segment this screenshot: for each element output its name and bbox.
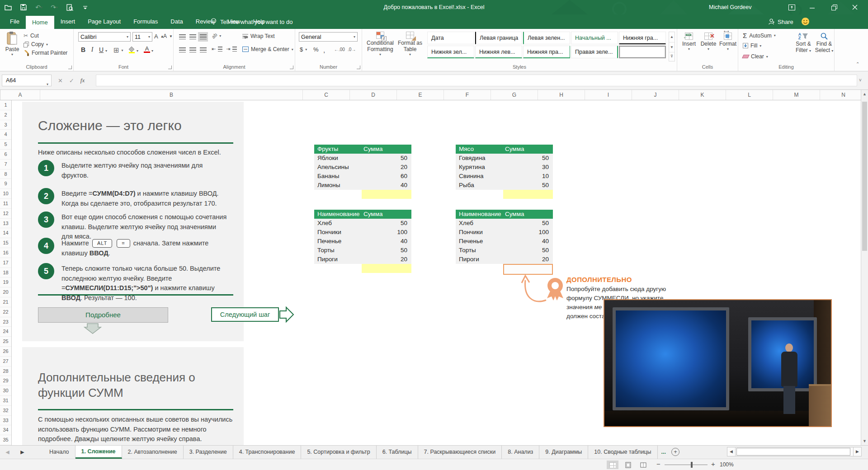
bold-button[interactable]: B <box>79 46 87 53</box>
cut-button[interactable]: ✂Cut <box>24 33 39 39</box>
gallery-down-icon[interactable]: ▼ <box>669 42 675 52</box>
table-row[interactable]: Печенье40 <box>456 237 553 246</box>
sum-target-cell-fruits[interactable] <box>362 190 411 199</box>
row-header[interactable]: 17 <box>0 258 11 268</box>
find-select-button[interactable]: Find &Select ▾ <box>814 33 834 53</box>
row-header[interactable]: 6 <box>0 150 11 160</box>
row-header[interactable]: 20 <box>0 287 11 297</box>
scroll-down-icon[interactable]: ▼ <box>861 439 868 443</box>
enter-entry-icon[interactable]: ✓ <box>69 77 74 84</box>
borders-button[interactable]: ⊞▾ <box>113 46 123 54</box>
orientation-button[interactable]: ab▾ <box>212 33 221 38</box>
align-left-icon[interactable] <box>177 45 187 55</box>
row-header[interactable]: 29 <box>0 376 11 386</box>
row-header[interactable]: 2 <box>0 110 11 120</box>
column-header[interactable]: C <box>303 90 350 100</box>
row-header[interactable]: 25 <box>0 337 11 347</box>
number-dialog-launcher[interactable] <box>357 66 360 69</box>
align-right-icon[interactable] <box>198 45 208 55</box>
table-row[interactable]: Торты50 <box>314 246 411 255</box>
column-header[interactable]: B <box>40 90 303 100</box>
merge-center-button[interactable]: Merge & Center▾ <box>242 46 293 52</box>
delete-cells-button[interactable]: ✕ Delete▾ <box>699 33 718 51</box>
column-header[interactable]: L <box>726 90 773 100</box>
table-row[interactable]: Яблоки50 <box>314 154 411 163</box>
row-header[interactable]: 27 <box>0 357 11 367</box>
underline-button[interactable]: U <box>97 46 105 53</box>
format-painter-button[interactable]: Format Painter <box>24 50 67 56</box>
clear-button[interactable]: Clear▾ <box>743 53 768 60</box>
row-header[interactable]: 13 <box>0 219 11 229</box>
sheet-nav-prev-icon[interactable]: ◀ <box>0 446 15 459</box>
select-all-corner[interactable] <box>0 90 0 100</box>
italic-button[interactable]: I <box>88 46 96 53</box>
close-icon[interactable] <box>847 0 863 14</box>
middle-align-icon[interactable] <box>188 32 198 42</box>
expand-formula-bar-icon[interactable]: ˅ <box>859 78 862 83</box>
redo-icon[interactable]: ↷▾ <box>50 3 59 12</box>
row-header[interactable]: 35 <box>0 435 11 445</box>
normal-view-icon[interactable] <box>607 461 618 469</box>
row-header[interactable]: 7 <box>0 160 11 169</box>
scroll-right-icon[interactable]: ▶ <box>853 447 862 456</box>
table-row[interactable]: Лимоны40 <box>314 181 411 190</box>
row-header[interactable]: 12 <box>0 209 11 219</box>
increase-indent-icon[interactable]: ⇥ <box>226 46 237 52</box>
column-header[interactable]: G <box>491 90 538 100</box>
copy-button[interactable]: Copy▾ <box>24 41 48 47</box>
row-header[interactable]: 11 <box>0 199 11 209</box>
save-icon[interactable] <box>19 3 28 12</box>
font-family-combo[interactable]: Calibri▾ <box>78 32 131 42</box>
row-header[interactable]: 3 <box>0 120 11 130</box>
cell-style-chip[interactable]: Нижняя зел... <box>427 46 474 58</box>
column-header[interactable]: E <box>397 90 444 100</box>
cell-style-chip[interactable]: Левая зелен... <box>523 32 570 44</box>
cell-style-chip[interactable]: Нижняя гра... <box>619 32 666 44</box>
undo-icon[interactable]: ↶▾ <box>34 3 43 12</box>
increase-decimal-icon[interactable]: ←.00 <box>334 47 345 52</box>
table-row[interactable]: Курятина30 <box>456 163 553 172</box>
cell-style-chip[interactable]: Левая граница <box>475 32 522 44</box>
center-icon[interactable] <box>188 45 198 55</box>
decrease-indent-icon[interactable]: ⇤ <box>212 46 222 52</box>
row-header[interactable]: 32 <box>0 406 11 416</box>
table-row[interactable]: Хлеб50 <box>314 219 411 228</box>
account-name[interactable]: Michael Gordeev <box>709 0 752 14</box>
feedback-smiley-icon[interactable] <box>801 17 810 26</box>
table-row[interactable]: Хлеб50 <box>456 219 553 228</box>
cell-style-chip[interactable]: Начальный ... <box>571 32 618 44</box>
row-header[interactable]: 18 <box>0 268 11 278</box>
collapse-ribbon-icon[interactable]: ⌃ <box>856 61 859 66</box>
table-row[interactable]: Торты50 <box>456 246 553 255</box>
column-header[interactable]: H <box>538 90 585 100</box>
decrease-decimal-icon[interactable]: .0→ <box>348 47 356 52</box>
row-header[interactable]: 1 <box>0 100 11 110</box>
font-dialog-launcher[interactable] <box>168 66 172 69</box>
sheet-tab[interactable]: 1. Сложение <box>75 446 122 459</box>
vertical-scrollbar[interactable]: ▲ ▼ <box>861 90 868 445</box>
fill-color-button[interactable] <box>128 46 136 53</box>
row-header[interactable]: 26 <box>0 347 11 357</box>
ribbon-tab[interactable]: Formulas <box>127 14 164 29</box>
row-header[interactable]: 4 <box>0 130 11 140</box>
autosum-button[interactable]: ΣAutoSum▾ <box>743 32 776 39</box>
column-header[interactable]: M <box>773 90 820 100</box>
row-header[interactable]: 33 <box>0 416 11 426</box>
fill-color-dropdown-icon[interactable]: ▾ <box>137 49 138 53</box>
table-row[interactable]: Печенье40 <box>314 237 411 246</box>
row-header[interactable]: 19 <box>0 277 11 287</box>
vertical-scroll-thumb[interactable] <box>862 102 867 251</box>
row-header[interactable]: 15 <box>0 238 11 248</box>
tell-me-box[interactable]: Tell me what you want to do <box>211 14 292 29</box>
sheet-tab[interactable]: 3. Разделение <box>184 446 233 459</box>
open-icon[interactable] <box>4 3 13 12</box>
ribbon-tab[interactable]: Data <box>164 14 189 29</box>
column-header[interactable]: K <box>679 90 726 100</box>
cell-style-chip[interactable] <box>619 46 666 58</box>
cell-style-chip[interactable]: Нижняя пра... <box>523 46 570 58</box>
column-header[interactable]: N <box>820 90 867 100</box>
insert-function-icon[interactable]: fx <box>80 77 85 84</box>
row-header[interactable]: 24 <box>0 327 11 337</box>
column-header[interactable]: A <box>0 90 40 100</box>
format-as-table-button[interactable]: Format asTable▾ <box>396 32 424 56</box>
